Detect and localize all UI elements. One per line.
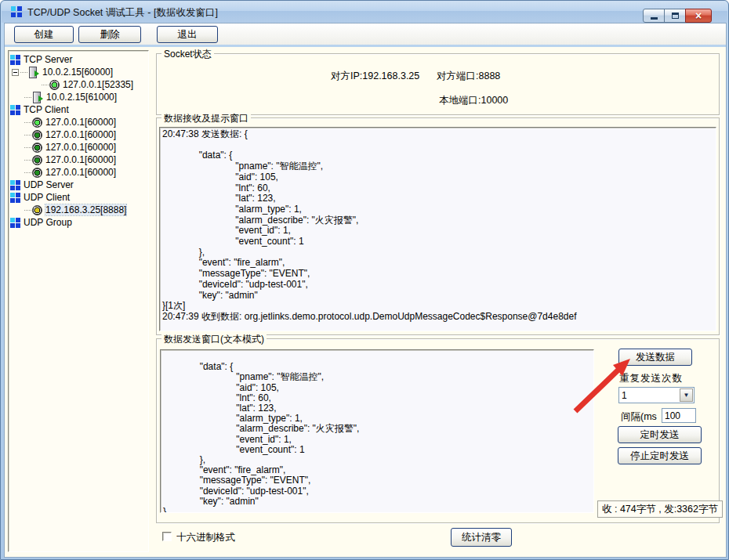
tree-node-tcp-listener[interactable]: 10.0.2.15[61000] — [10, 91, 148, 103]
connection-yellow-icon — [32, 205, 42, 215]
tree-node-client-conn[interactable]: 127.0.0.1[60000] — [10, 154, 148, 166]
main-area: TCP Server 10.0.2.15[60000] 127.0.0.1[52… — [5, 47, 726, 557]
content-pane: Socket状态 对方IP:192.168.3.25 对方端口:8888 本地端… — [152, 47, 724, 557]
tree-node-client-conn[interactable]: 127.0.0.1[60000] — [10, 116, 148, 128]
interval-input[interactable] — [662, 408, 696, 423]
tree-node-client-conn[interactable]: 127.0.0.1[60000] — [10, 141, 148, 154]
close-icon: × — [695, 11, 702, 20]
tree-node-udp-client[interactable]: UDP Client — [10, 191, 148, 204]
exit-button[interactable]: 退出 — [157, 26, 218, 43]
timed-send-button[interactable]: 定时发送 — [618, 426, 702, 443]
window-title: TCP/UDP Socket 调试工具 - [数据收发窗口] — [27, 6, 218, 20]
app-icon — [11, 6, 22, 17]
connection-green-icon — [32, 130, 42, 140]
combo-dropdown-button[interactable]: ▼ — [680, 388, 693, 402]
peer-ip-value: 对方IP:192.168.3.25 — [331, 70, 419, 83]
socket-status-legend: Socket状态 — [161, 48, 214, 61]
socket-tree: TCP Server 10.0.2.15[60000] 127.0.0.1[52… — [8, 50, 149, 552]
tree-node-tcp-connection[interactable]: 127.0.0.1[52335] — [10, 78, 148, 91]
peer-port-value: 对方端口:8888 — [437, 70, 500, 83]
restore-button[interactable] — [664, 9, 686, 23]
server-icon — [28, 67, 39, 78]
collapse-minus-icon[interactable] — [12, 69, 19, 76]
interval-label: 间隔(ms — [621, 410, 657, 424]
window-controls: × — [644, 9, 712, 23]
hex-format-label: 十六进制格式 — [176, 531, 235, 544]
tree-node-client-conn[interactable]: 127.0.0.1[60000] — [10, 128, 148, 141]
server-icon — [32, 92, 43, 103]
repeat-count-combobox[interactable]: 1 ▼ — [618, 387, 695, 403]
byte-counter: 收 : 474字节 , 发:3362字节 — [597, 500, 723, 518]
receive-textarea[interactable]: 20:47:38 发送数据: { "data": { "pname": "智能温… — [159, 127, 716, 331]
connection-green-icon — [32, 143, 42, 153]
title-bar[interactable]: TCP/UDP Socket 调试工具 - [数据收发窗口] × — [2, 1, 727, 23]
receive-legend: 数据接收及提示窗口 — [161, 112, 251, 125]
hex-format-checkbox[interactable] — [162, 532, 172, 541]
socket-status-group: Socket状态 对方IP:192.168.3.25 对方端口:8888 本地端… — [156, 53, 720, 115]
send-legend: 数据发送窗口(文本模式) — [161, 333, 267, 346]
restore-icon — [672, 13, 679, 19]
close-button[interactable]: × — [685, 9, 712, 23]
connection-green-bright-icon — [49, 80, 60, 90]
category-blocks-icon — [10, 55, 20, 65]
create-button[interactable]: 创建 — [14, 26, 74, 43]
stop-timed-send-button[interactable]: 停止定时发送 — [618, 447, 702, 464]
minimize-icon — [651, 17, 658, 20]
category-blocks-icon — [10, 180, 20, 190]
send-data-button[interactable]: 发送数据 — [618, 349, 692, 366]
category-blocks-icon — [10, 218, 20, 228]
app-window: TCP/UDP Socket 调试工具 - [数据收发窗口] × 创建 删除 退… — [0, 0, 729, 560]
tree-node-client-conn[interactable]: 127.0.0.1[60000] — [10, 166, 148, 179]
delete-button[interactable]: 删除 — [78, 26, 141, 43]
connection-green-icon — [32, 155, 42, 165]
repeat-count-label: 重复发送次数 — [619, 372, 683, 385]
send-group: 数据发送窗口(文本模式) "data": { "pname": "智能温控", … — [156, 338, 720, 523]
category-blocks-icon — [10, 193, 20, 203]
clear-stats-button[interactable]: 统计清零 — [451, 528, 512, 547]
tree-node-tcp-client[interactable]: TCP Client — [10, 103, 148, 116]
window-body: 创建 删除 退出 TCP Server 10.0.2.15[60000] — [4, 23, 727, 558]
connection-green-bright-icon — [32, 117, 42, 128]
tree-node-tcp-server[interactable]: TCP Server — [10, 53, 148, 66]
tree-node-udp-connection[interactable]: 192.168.3.25[8888] — [10, 204, 148, 216]
footer-row: 十六进制格式 统计清零 — [156, 528, 720, 550]
local-port-value: 本地端口:10000 — [439, 94, 508, 107]
receive-group: 数据接收及提示窗口 20:47:38 发送数据: { "data": { "pn… — [156, 117, 720, 335]
repeat-count-value: 1 — [622, 390, 627, 401]
category-blocks-icon — [10, 105, 20, 115]
minimize-button[interactable] — [643, 9, 665, 23]
tree-node-tcp-listener[interactable]: 10.0.2.15[60000] — [10, 66, 148, 78]
tree-node-udp-server[interactable]: UDP Server — [10, 179, 148, 191]
chevron-down-icon: ▼ — [684, 392, 690, 399]
send-textarea[interactable]: "data": { "pname": "智能温控", "aid": 105, "… — [160, 349, 594, 513]
toolbar: 创建 删除 退出 — [5, 23, 726, 47]
tree-node-udp-group[interactable]: UDP Group — [10, 216, 148, 229]
connection-green-icon — [32, 168, 42, 178]
send-payload-text: "data": { "pname": "智能温控", "aid": 105, "… — [161, 350, 593, 513]
receive-log-text: 20:47:38 发送数据: { "data": { "pname": "智能温… — [160, 128, 716, 324]
